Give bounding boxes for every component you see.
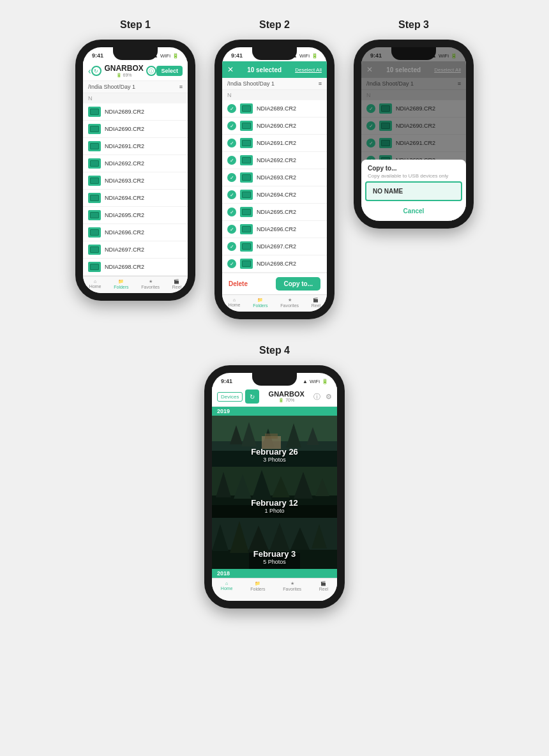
modal-option-noname[interactable]: NO NAME <box>365 181 462 201</box>
check-2: ✓ <box>227 121 236 130</box>
settings-btn-step4[interactable]: ⚙ <box>326 393 332 401</box>
file-item-s2-7[interactable]: ✓ NDIA2695.CR2 <box>222 204 327 221</box>
file-item-s2-4[interactable]: ✓ NDIA2692.CR2 <box>222 152 327 169</box>
file-item-6[interactable]: NDIA2694.CR2 <box>83 190 188 207</box>
phone-screen-step1: 9:41 ▲ WiFi 🔋 ‹ ↻ GNARBOX 🔋 69% ⓘ <box>83 47 188 293</box>
back-button-step1[interactable]: ‹ <box>88 66 91 76</box>
nav-home-step2[interactable]: ⌂Home <box>229 298 241 308</box>
app-header-step1: ‹ ↻ GNARBOX 🔋 69% ⓘ Select <box>83 61 188 81</box>
bottom-nav-step4: ⌂Home 📁Folders ★Favorites 🎬Reel <box>212 578 337 601</box>
file-item-s2-2[interactable]: ✓ NDIA2690.CR2 <box>222 117 327 135</box>
check-6: ✓ <box>227 190 236 199</box>
step1-label: Step 1 <box>120 19 151 31</box>
file-item-5[interactable]: NDIA2693.CR2 <box>83 172 188 190</box>
gnar-title: GNARBOX <box>262 390 311 398</box>
step4-label: Step 4 <box>259 345 290 356</box>
check-8: ✓ <box>227 225 236 234</box>
file-item-3[interactable]: NDIA2691.CR2 <box>83 138 188 155</box>
copy-button-step2[interactable]: Copy to... <box>276 277 320 291</box>
check-1: ✓ <box>227 104 236 113</box>
file-item-1[interactable]: NDIA2689.CR2 <box>83 103 188 121</box>
date-feb12: February 12 <box>212 498 337 508</box>
info-btn-step4[interactable]: ⓘ <box>313 392 320 402</box>
count-feb3: 5 Photos <box>212 559 337 565</box>
nav-home-step4[interactable]: ⌂Home <box>221 581 233 598</box>
file-icon-5 <box>88 176 101 186</box>
refresh-icon-step1[interactable]: ↻ <box>91 66 102 76</box>
file-item-s2-5[interactable]: ✓ NDIA2693.CR2 <box>222 169 327 186</box>
nav-home-step1[interactable]: ⌂ Home <box>89 279 102 289</box>
nav-folders-step1[interactable]: 📁 Folders <box>114 279 128 289</box>
nav-reel-step1[interactable]: 🎬 Reel <box>172 279 181 289</box>
nav-folders-step2[interactable]: 📁Folders <box>253 298 267 308</box>
nav-favorites-step1[interactable]: ★ Favorites <box>141 279 160 289</box>
check-4: ✓ <box>227 156 236 165</box>
phone-screen-step2: 9:41 ▲ WiFi 🔋 ✕ 10 selected Deselect All… <box>222 47 327 312</box>
check-7: ✓ <box>227 208 236 216</box>
file-icon-8 <box>88 227 101 238</box>
file-item-10[interactable]: NDIA2698.CR2 <box>83 259 188 276</box>
file-item-9[interactable]: NDIA2697.CR2 <box>83 241 188 259</box>
notch-step1 <box>113 47 158 60</box>
file-item-s2-3[interactable]: ✓ NDIA2691.CR2 <box>222 135 327 152</box>
nav-favorites-step2[interactable]: ★Favorites <box>280 298 299 308</box>
gnarbox-header-step4: Devices ↻ GNARBOX 🔋 70% ⓘ ⚙ <box>212 387 337 407</box>
file-icon-9 <box>88 245 101 255</box>
section-header-step2: N <box>222 90 327 100</box>
photo-card-3[interactable]: February 3 5 Photos <box>212 518 337 569</box>
photo-card-1[interactable]: February 26 3 Photos <box>212 416 337 467</box>
file-icon-1 <box>88 107 101 117</box>
refresh-btn-step4[interactable]: ↻ <box>245 389 259 404</box>
file-item-s2-9[interactable]: ✓ NDIA2697.CR2 <box>222 238 327 255</box>
phone-step2: 9:41 ▲ WiFi 🔋 ✕ 10 selected Deselect All… <box>214 40 335 319</box>
modal-sheet-step3: Copy to... Copy available to USB devices… <box>361 160 466 221</box>
date-feb26: February 26 <box>212 447 337 457</box>
photo-label-1: February 26 3 Photos <box>212 447 337 467</box>
nav-folders-step4[interactable]: 📁Folders <box>250 581 265 598</box>
header-subtitle-step1: 🔋 69% <box>102 73 147 78</box>
file-list-step1: N NDIA2689.CR2 NDIA2690.CR2 NDIA2691.CR2 <box>83 93 188 276</box>
photo-label-2: February 12 1 Photo <box>212 498 337 518</box>
file-item-s2-1[interactable]: ✓ NDIA2689.CR2 <box>222 100 327 117</box>
breadcrumb-step1: /India Shoot/Day 1 ≡ <box>83 81 188 93</box>
file-item-7[interactable]: NDIA2695.CR2 <box>83 207 188 224</box>
section-header-step1: N <box>83 93 188 103</box>
year-2019-badge: 2019 <box>212 407 337 416</box>
photo-card-2[interactable]: February 12 1 Photo <box>212 467 337 518</box>
file-item-4[interactable]: NDIA2692.CR2 <box>83 155 188 172</box>
nav-reel-step4[interactable]: 🎬Reel <box>319 581 328 598</box>
close-btn-step2[interactable]: ✕ <box>227 65 234 74</box>
breadcrumb-step2: /India Shoot/Day 1 ≡ <box>222 78 327 90</box>
file-item-8[interactable]: NDIA2696.CR2 <box>83 224 188 241</box>
step2-container: Step 2 9:41 ▲ WiFi 🔋 ✕ 10 selected Desel… <box>214 19 335 319</box>
bottom-nav-step1: ⌂ Home 📁 Folders ★ Favorites 🎬 Reel <box>83 276 188 293</box>
deselect-btn-step2[interactable]: Deselect All <box>295 67 322 73</box>
file-item-s2-6[interactable]: ✓ NDIA2694.CR2 <box>222 186 327 204</box>
file-icon-3 <box>88 141 101 151</box>
nav-favorites-step4[interactable]: ★Favorites <box>283 581 301 598</box>
notch-step2 <box>252 47 297 60</box>
check-9: ✓ <box>227 242 236 251</box>
bottom-nav-step2: ⌂Home 📁Folders ★Favorites 🎬Reel <box>222 294 327 312</box>
file-item-s2-8[interactable]: ✓ NDIA2696.CR2 <box>222 221 327 238</box>
delete-button-step2[interactable]: Delete <box>229 277 248 291</box>
devices-tab[interactable]: Devices <box>217 392 243 402</box>
nav-reel-step2[interactable]: 🎬Reel <box>312 298 320 308</box>
notch-step4 <box>252 373 297 386</box>
modal-overlay-step3: Copy to... Copy available to USB devices… <box>361 47 466 221</box>
phone-step3: 9:41 ▲WiFi🔋 ✕ 10 selected Deselect All /… <box>354 40 474 229</box>
gnar-title-block: GNARBOX 🔋 70% <box>262 390 311 403</box>
step1-container: Step 1 9:41 ▲ WiFi 🔋 ‹ ↻ <box>75 19 195 319</box>
select-button-step1[interactable]: Select <box>156 66 183 76</box>
info-icon-step1[interactable]: ⓘ <box>146 66 156 76</box>
check-5: ✓ <box>227 173 236 182</box>
modal-cancel-btn[interactable]: Cancel <box>361 204 466 218</box>
file-item-2[interactable]: NDIA2690.CR2 <box>83 121 188 138</box>
header-title-step1: GNARBOX <box>102 64 147 73</box>
file-item-s2-10[interactable]: ✓ NDIA2698.CR2 <box>222 255 327 273</box>
selection-header-step2: ✕ 10 selected Deselect All <box>222 61 327 78</box>
phone-screen-step4: 9:41 ▲WiFi🔋 Devices ↻ GNARBOX 🔋 70% ⓘ ⚙ <box>212 373 337 601</box>
file-icon-6 <box>88 193 101 203</box>
file-icon-2 <box>88 124 101 134</box>
gnar-subtitle: 🔋 70% <box>262 398 311 403</box>
